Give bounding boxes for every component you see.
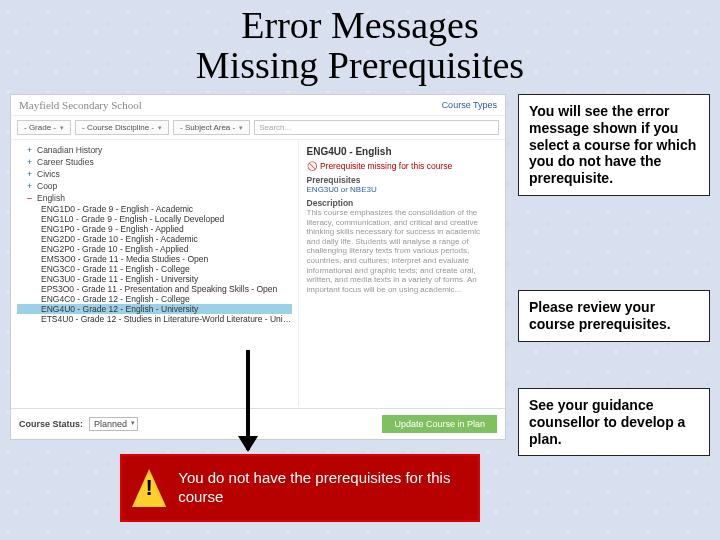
update-course-button[interactable]: Update Course in Plan bbox=[382, 415, 497, 433]
tree-node[interactable]: +Career Studies bbox=[17, 156, 292, 168]
callout-3: See your guidance counsellor to develop … bbox=[518, 388, 710, 456]
course-leaf-selected[interactable]: ENG4U0 - Grade 12 - English - University bbox=[17, 304, 292, 314]
description-label: Description bbox=[307, 198, 495, 208]
prereq-links[interactable]: ENG3U0 or NBE3U bbox=[307, 185, 495, 194]
title-line-2: Missing Prerequisites bbox=[0, 46, 720, 86]
title-line-1: Error Messages bbox=[0, 6, 720, 46]
course-leaf[interactable]: ENG1L0 - Grade 9 - English - Locally Dev… bbox=[17, 214, 292, 224]
course-leaf[interactable]: ENG3C0 - Grade 11 - English - College bbox=[17, 264, 292, 274]
course-tree: +Canadian History +Career Studies +Civic… bbox=[11, 140, 298, 406]
error-text: You do not have the prerequisites for th… bbox=[178, 469, 468, 507]
warning-icon bbox=[132, 469, 166, 507]
error-banner: You do not have the prerequisites for th… bbox=[120, 454, 480, 522]
status-label: Course Status: bbox=[19, 419, 83, 429]
tree-node-english[interactable]: –English bbox=[17, 192, 292, 204]
course-leaf[interactable]: ENG4C0 - Grade 12 - English - College bbox=[17, 294, 292, 304]
search-input[interactable]: Search... bbox=[254, 120, 499, 135]
course-leaf[interactable]: ENG1D0 - Grade 9 - English - Academic bbox=[17, 204, 292, 214]
course-leaf[interactable]: EMS3O0 - Grade 11 - Media Studies - Open bbox=[17, 254, 292, 264]
discipline-dropdown[interactable]: - Course Discipline - bbox=[75, 120, 169, 135]
status-dropdown[interactable]: Planned bbox=[89, 417, 138, 431]
course-leaf[interactable]: ENG2P0 - Grade 10 - English - Applied bbox=[17, 244, 292, 254]
prerequisite-warning: Prerequisite missing for this course bbox=[307, 161, 495, 171]
tree-node[interactable]: +Coop bbox=[17, 180, 292, 192]
course-detail: ENG4U0 - English Prerequisite missing fo… bbox=[298, 140, 505, 406]
tree-node[interactable]: +Civics bbox=[17, 168, 292, 180]
course-types-link[interactable]: Course Types bbox=[442, 100, 497, 110]
grade-dropdown[interactable]: - Grade - bbox=[17, 120, 71, 135]
course-leaf[interactable]: ENG2D0 - Grade 10 - English - Academic bbox=[17, 234, 292, 244]
school-name: Mayfield Secondary School bbox=[19, 99, 142, 111]
subject-dropdown[interactable]: - Subject Area - bbox=[173, 120, 250, 135]
course-leaf[interactable]: ENG3U0 - Grade 11 - English - University bbox=[17, 274, 292, 284]
tree-node[interactable]: +Canadian History bbox=[17, 144, 292, 156]
callout-1: You will see the error message shown if … bbox=[518, 94, 710, 196]
prereq-label: Prerequisites bbox=[307, 175, 495, 185]
course-leaf[interactable]: EPS3O0 - Grade 11 - Presentation and Spe… bbox=[17, 284, 292, 294]
course-leaf[interactable]: ENG1P0 - Grade 9 - English - Applied bbox=[17, 224, 292, 234]
slide-title: Error Messages Missing Prerequisites bbox=[0, 0, 720, 86]
status-row: Course Status: Planned Update Course in … bbox=[11, 408, 505, 439]
course-leaf[interactable]: ETS4U0 - Grade 12 - Studies in Literatur… bbox=[17, 314, 292, 324]
pointer-arrow bbox=[246, 350, 250, 450]
description-text: This course emphasizes the consolidation… bbox=[307, 208, 495, 294]
callout-2: Please review your course prerequisites. bbox=[518, 290, 710, 342]
detail-title: ENG4U0 - English bbox=[307, 146, 495, 157]
filter-bar: - Grade - - Course Discipline - - Subjec… bbox=[11, 115, 505, 140]
course-planner-panel: Mayfield Secondary School Course Types -… bbox=[10, 94, 506, 440]
